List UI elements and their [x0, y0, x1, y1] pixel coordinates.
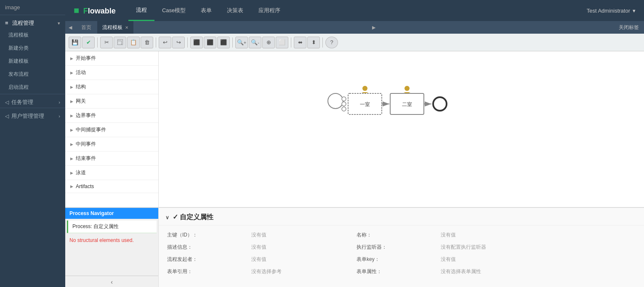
sidebar-section-label: ≡ 流程管理 [5, 19, 34, 27]
prop-id-value: 没有值 [250, 229, 355, 241]
element-group-end-header[interactable]: ▶ 结束事件 [65, 151, 158, 165]
svg-point-6 [404, 86, 410, 91]
prop-listener-value: 没有配置执行监听器 [439, 241, 544, 253]
prop-formkey-label: 表单key： [355, 253, 439, 266]
svg-point-11 [342, 102, 346, 106]
topnav-menu-decision[interactable]: 决策表 [219, 0, 251, 21]
element-group-gateway: ▶ 网关 [65, 94, 158, 109]
element-group-structure-header[interactable]: ▶ 结构 [65, 80, 158, 94]
toolbar-fit-btn[interactable]: ⬜ [276, 37, 288, 48]
topnav-menu: 流程 Case模型 表单 决策表 应用程序 [128, 0, 288, 21]
element-group-intermediate-catch-label: 中间捕捉事件 [76, 126, 106, 133]
topnav-user[interactable]: Test Administrator ▾ [587, 8, 644, 14]
toolbar-help-btn[interactable]: ? [325, 37, 338, 48]
prop-formref-value: 没有选择参考 [250, 266, 355, 278]
toolbar-sep-2 [156, 37, 156, 48]
toolbar: 💾 ✔ ✂ ⿹ 📋 🗑 ↩ ↪ ⬛ ⬛ ⬛ 🔍+ 🔍- ⊕ ⬜ ⬌ ⬍ ? [65, 34, 644, 51]
element-group-activity-label: 活动 [76, 69, 86, 76]
properties-title: ∨ ✓ 自定义属性 [159, 208, 644, 226]
sidebar-section-chevron: ▾ [58, 21, 60, 26]
svg-text:一室: 一室 [360, 101, 370, 107]
element-group-activity-header[interactable]: ▶ 活动 [65, 66, 158, 80]
element-group-end: ▶ 结束事件 [65, 151, 158, 166]
arrow-intermediate: ▶ [70, 142, 73, 146]
element-group-artifacts-label: Artifacts [76, 183, 94, 189]
collapse-left-icon: ‹ [111, 279, 113, 285]
toolbar-delete-btn[interactable]: 🗑 [141, 37, 153, 48]
tab-close-all-btn[interactable]: 关闭标签 [614, 24, 644, 31]
sidebar-section-process-mgmt[interactable]: ≡ 流程管理 ▾ [0, 15, 65, 29]
sidebar-task-label: 任务管理 [11, 98, 33, 106]
toolbar-sep-6 [322, 37, 323, 48]
navigator-collapse-btn[interactable]: ‹ [65, 276, 158, 287]
toolbar-sep-5 [291, 37, 291, 48]
toolbar-expand-h-btn[interactable]: ⬌ [294, 37, 306, 48]
element-group-intermediate-header[interactable]: ▶ 中间事件 [65, 137, 158, 151]
sidebar: image ≡ 流程管理 ▾ 流程模板 新建分类 新建模板 发布流程 启动流程 … [0, 0, 65, 287]
prop-formkey-value: 没有值 [439, 253, 544, 266]
element-group-boundary: ▶ 边界事件 [65, 109, 158, 123]
element-group-pool-header[interactable]: ▶ 泳道 [65, 166, 158, 180]
arrow-gateway: ▶ [70, 99, 73, 104]
tab-flow-template[interactable]: 流程模板 ✕ [97, 21, 133, 34]
flowable-logo-area: ■ Flowable [65, 5, 124, 16]
toolbar-save-btn[interactable]: 💾 [69, 37, 81, 48]
element-group-intermediate: ▶ 中间事件 [65, 137, 158, 151]
prop-formprop-label: 表单属性： [355, 266, 439, 278]
toolbar-cut-btn[interactable]: ✂ [100, 37, 113, 48]
sidebar-logo: image [0, 0, 65, 15]
tab-nav-right[interactable]: ▶ [369, 21, 379, 34]
prop-initiator-value: 没有值 [250, 253, 355, 266]
element-group-artifacts-header[interactable]: ▶ Artifacts [65, 180, 158, 193]
arrow-activity: ▶ [70, 71, 73, 75]
toolbar-zoom-actual-btn[interactable]: ⊕ [262, 37, 275, 48]
navigator-process[interactable]: Process: 自定义属性 [67, 221, 157, 233]
arrow-start: ▶ [70, 56, 73, 61]
element-group-boundary-header[interactable]: ▶ 边界事件 [65, 109, 158, 122]
toolbar-copy-btn[interactable]: ⿹ [114, 37, 126, 48]
toolbar-redo-btn[interactable]: ↪ [172, 37, 185, 48]
toolbar-expand-v-btn[interactable]: ⬍ [307, 37, 320, 48]
element-group-start-header[interactable]: ▶ 开始事件 [65, 51, 158, 65]
element-group-activity: ▶ 活动 [65, 66, 158, 80]
element-group-intermediate-catch-header[interactable]: ▶ 中间捕捉事件 [65, 123, 158, 137]
prop-desc-label: 描述信息： [165, 241, 250, 253]
toolbar-zoom-out-btn[interactable]: 🔍- [249, 37, 261, 48]
toolbar-paste-btn[interactable]: 📋 [127, 37, 140, 48]
arrow-artifacts: ▶ [70, 184, 73, 189]
properties-panel: ∨ ✓ 自定义属性 主键（ID）： 没有值 名称： 没有值 描述信息： 没有值 … [159, 208, 644, 287]
sidebar-item-new-category[interactable]: 新建分类 [0, 42, 65, 55]
tab-home[interactable]: 首页 [76, 21, 96, 34]
navigator-no-elements: No structural elements used. [65, 235, 158, 246]
tab-nav-left[interactable]: ◀ [65, 21, 75, 34]
toolbar-zoom-in-btn[interactable]: 🔍+ [235, 37, 248, 48]
arrow-pool: ▶ [70, 171, 73, 175]
element-group-gateway-header[interactable]: ▶ 网关 [65, 94, 158, 108]
element-group-intermediate-catch: ▶ 中间捕捉事件 [65, 123, 158, 137]
prop-listener-label: 执行监听器： [355, 241, 439, 253]
toolbar-align2-btn[interactable]: ⬛ [204, 37, 216, 48]
topnav-menu-flow[interactable]: 流程 [128, 0, 154, 21]
toolbar-sep-4 [232, 37, 233, 48]
tabbar: ◀ 首页 流程模板 ✕ ▶ 关闭标签 [65, 21, 644, 34]
sidebar-item-process-template[interactable]: 流程模板 [0, 29, 65, 42]
sidebar-section-user-mgmt[interactable]: ◁ 用户管理管理 › [0, 108, 65, 122]
sidebar-item-start-flow[interactable]: 启动流程 [0, 81, 65, 94]
toolbar-undo-btn[interactable]: ↩ [159, 37, 171, 48]
tab-close-btn[interactable]: ✕ [125, 25, 128, 30]
topnav-menu-form[interactable]: 表单 [193, 0, 219, 21]
svg-point-10 [342, 97, 346, 101]
sidebar-item-new-template[interactable]: 新建模板 [0, 55, 65, 68]
topnav-menu-app[interactable]: 应用程序 [251, 0, 288, 21]
toolbar-align3-btn[interactable]: ⬛ [217, 37, 230, 48]
properties-collapse-icon[interactable]: ∨ [165, 215, 169, 221]
toolbar-align1-btn[interactable]: ⬛ [190, 37, 203, 48]
sidebar-section-task-mgmt[interactable]: ◁ 任务管理 › [0, 94, 65, 108]
sidebar-item-publish-flow[interactable]: 发布流程 [0, 68, 65, 81]
sidebar-user-chevron: › [59, 114, 60, 119]
svg-text:二室: 二室 [402, 101, 412, 107]
topnav-menu-case[interactable]: Case模型 [154, 0, 193, 21]
toolbar-validate-btn[interactable]: ✔ [82, 37, 95, 48]
bottom-panel: Process Navigator Process: 自定义属性 No stru… [65, 207, 644, 287]
prop-formref-label: 表单引用： [165, 266, 250, 278]
